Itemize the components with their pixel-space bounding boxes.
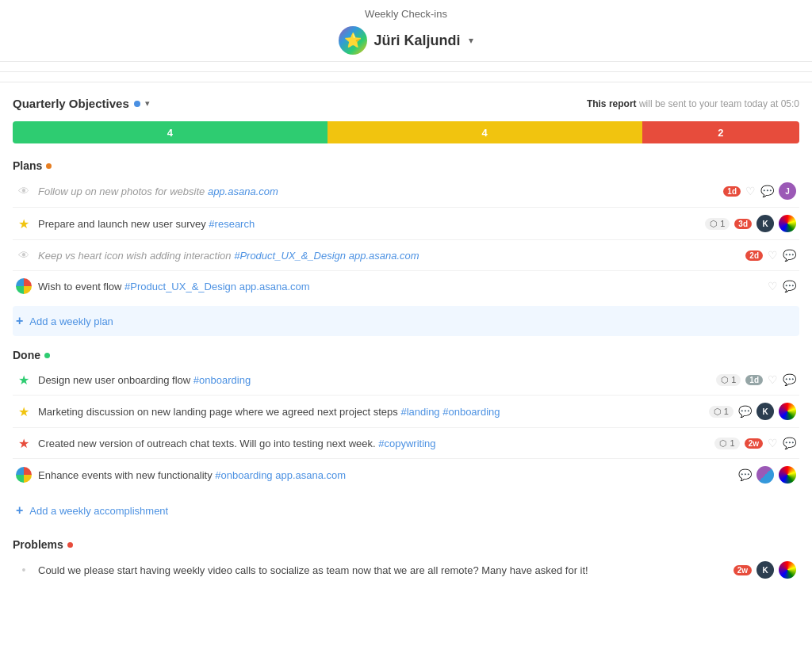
header-divider [0,71,812,72]
table-row: ★ Prepare and launch new user survey #re… [13,208,799,240]
avatar [779,466,796,484]
add-done-row[interactable]: + Add a weekly accomplishment [13,495,799,526]
status-badge: 2w [733,565,752,575]
user-dropdown-arrow[interactable]: ▾ [469,35,473,46]
header-divider2 [0,82,812,82]
task-link2[interactable]: #onboarding [442,406,500,418]
heart-icon[interactable]: ♡ [768,249,778,262]
task-link[interactable]: #onboarding [215,469,272,481]
objectives-header: Quarterly Objectives ▾ This report will … [13,97,799,110]
comment-icon[interactable]: 💬 [783,437,796,449]
task-link[interactable]: #onboarding [193,374,251,386]
task-text: Wish to event flow #Product_UX_&_Design … [38,281,761,292]
task-text: Marketing discussion on new landing page… [38,406,703,418]
status-badge: 3d [734,219,752,229]
comment-icon[interactable]: 💬 [783,249,796,262]
avatar [779,561,796,579]
task-meta: ⬡ 1 3d K [705,215,796,232]
task-link2[interactable]: app.asana.com [275,469,346,481]
add-done-label: Add a weekly accomplishment [29,505,168,517]
task-link2[interactable]: app.asana.com [239,281,310,292]
task-text: Could we please start having weekly vide… [38,564,727,576]
table-row: ★ Created new version of outreach chat t… [13,428,799,459]
task-text: Prepare and launch new user survey #rese… [38,218,699,230]
heart-icon[interactable]: ♡ [768,437,778,449]
task-link[interactable]: #research [209,218,255,230]
task-meta: ⬡ 1 1d ♡ 💬 [716,373,796,386]
objectives-chevron[interactable]: ▾ [145,98,150,109]
task-text: Enhance events with new functionality #o… [38,469,732,481]
star-icon: ★ [16,216,32,231]
plans-section: Plans 👁 Follow up on new photos for webs… [13,159,799,336]
progress-bar: 4 4 2 [13,121,799,143]
status-badge: 2w [745,438,763,449]
table-row: 👁 Keep vs heart icon wish adding interac… [13,240,799,271]
avatar: K [756,215,774,232]
star-icon: ★ [16,372,32,388]
people-icon [16,467,32,483]
avatar [779,403,796,420]
user-name: Jüri Kaljundi [373,32,460,49]
task-link2[interactable]: app.asana.com [349,250,419,262]
comment-icon[interactable]: 💬 [760,185,774,197]
page-title: Weekly Check-ins [0,8,812,20]
table-row: ★ Marketing discussion on new landing pa… [13,396,799,428]
problems-list: • Could we please start having weekly vi… [13,554,799,586]
status-badge: 1d [723,186,741,197]
heart-icon[interactable]: ♡ [768,280,778,292]
avatar: J [779,182,796,200]
task-text: Design new user onboarding flow #onboard… [38,374,710,386]
task-text: Created new version of outreach chat tex… [38,438,708,449]
star-icon: ★ [16,435,32,451]
progress-yellow: 4 [327,121,642,143]
counter-chip: ⬡ 1 [709,406,733,418]
task-meta: ⬡ 1 2w ♡ 💬 [714,437,796,449]
counter-chip: ⬡ 1 [705,218,730,230]
task-link[interactable]: #copywriting [378,438,435,449]
heart-icon[interactable]: ♡ [745,185,756,197]
report-info: This report will be sent to your team to… [587,98,799,109]
done-label: Done [13,349,799,361]
task-link[interactable]: #Product_UX_&_Design [124,281,236,292]
star-icon: ★ [16,403,32,419]
plus-icon: + [16,314,23,328]
task-meta: 2d ♡ 💬 [745,249,796,262]
done-list: ★ Design new user onboarding flow #onboa… [13,365,799,491]
plans-dot [46,163,52,169]
eye-icon: 👁 [16,183,32,199]
objectives-dot [134,101,140,107]
heart-icon[interactable]: ♡ [768,373,778,386]
comment-icon[interactable]: 💬 [783,280,796,292]
task-meta: 💬 [738,466,796,484]
problems-section: Problems • Could we please start having … [13,538,799,586]
table-row: ★ Design new user onboarding flow #onboa… [13,365,799,396]
problems-dot [67,542,73,548]
comment-icon[interactable]: 💬 [738,405,752,418]
task-meta: ⬡ 1 💬 K [709,403,796,420]
people-icon [16,278,32,294]
plus-icon: + [16,503,23,518]
task-link[interactable]: app.asana.com [208,185,278,197]
add-plan-label: Add a weekly plan [29,315,113,327]
task-link[interactable]: #landing [400,406,439,418]
user-header: ⭐ Jüri Kaljundi ▾ [0,26,812,55]
task-meta: 1d ♡ 💬 J [723,182,796,200]
task-meta: 2w K [733,561,796,579]
task-link[interactable]: #Product_UX_&_Design [234,250,346,262]
task-text: Follow up on new photos for website app.… [38,185,717,197]
add-plan-row[interactable]: + Add a weekly plan [13,306,799,336]
comment-icon[interactable]: 💬 [738,468,752,481]
eye-icon: 👁 [16,247,32,263]
table-row: Enhance events with new functionality #o… [13,459,799,491]
avatar: K [756,561,774,579]
avatar: K [756,403,774,420]
problems-label: Problems [13,538,799,551]
task-meta: ♡ 💬 [768,280,796,292]
comment-icon[interactable]: 💬 [783,373,796,386]
top-bar: Weekly Check-ins ⭐ Jüri Kaljundi ▾ [0,0,812,62]
task-text: Keep vs heart icon wish adding interacti… [38,250,739,262]
plans-label: Plans [13,159,799,172]
plans-list: 👁 Follow up on new photos for website ap… [13,175,799,301]
done-section: Done ★ Design new user onboarding flow #… [13,349,799,526]
status-badge: 1d [745,375,763,385]
